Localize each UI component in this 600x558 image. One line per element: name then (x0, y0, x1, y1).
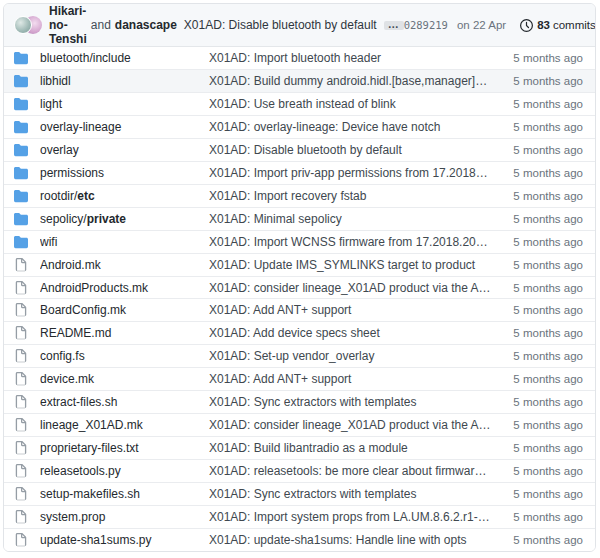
commit-age: 5 months ago (491, 327, 595, 339)
commit-message-link[interactable]: X01AD: Import bluetooth header (209, 51, 491, 65)
folder-icon (14, 212, 40, 226)
table-row: BoardConfig.mkX01AD: Add ANT+ support5 m… (4, 298, 595, 321)
table-row: setup-makefiles.shX01AD: Sync extractors… (4, 482, 595, 505)
commit-history-link[interactable]: 83 commits (520, 19, 596, 32)
author2-link[interactable]: danascape (115, 18, 177, 32)
directory-name-link[interactable]: overlay (40, 143, 209, 157)
table-row: wifiX01AD: Import WCNSS firmware from 17… (4, 230, 595, 253)
commit-age: 5 months ago (491, 75, 595, 87)
table-row: releasetools.pyX01AD: releasetools: be m… (4, 459, 595, 482)
file-icon (14, 372, 40, 386)
commit-message-link[interactable]: X01AD: Update IMS_SYMLINKS target to pro… (209, 258, 491, 272)
commit-description-toggle[interactable]: … (384, 21, 404, 30)
commit-sha-link[interactable]: 0289219 (404, 19, 448, 31)
commit-age: 5 months ago (491, 167, 595, 179)
folder-icon (14, 120, 40, 134)
directory-name-link[interactable]: sepolicy/private (40, 212, 209, 226)
commit-message-link[interactable]: X01AD: Import WCNSS firmware from 17.201… (209, 235, 491, 249)
commit-message-link[interactable]: X01AD: Disable bluetooth by default (209, 143, 491, 157)
commit-message-link[interactable]: X01AD: Add ANT+ support (209, 372, 491, 386)
file-name-link[interactable]: releasetools.py (40, 464, 209, 478)
commit-message-link[interactable]: X01AD: Add device specs sheet (209, 326, 491, 340)
authors-conjunction: and (91, 18, 111, 32)
commit-age: 5 months ago (491, 419, 595, 431)
table-row: system.propX01AD: Import system props fr… (4, 505, 595, 528)
commit-message-link[interactable]: X01AD: Sync extractors with templates (209, 487, 491, 501)
commit-date: on 22 Apr (457, 19, 506, 31)
commit-message-link[interactable]: X01AD: Build dummy android.hidl.[base,ma… (209, 74, 491, 88)
file-name-link[interactable]: lineage_X01AD.mk (40, 418, 209, 432)
folder-icon (14, 235, 40, 249)
file-name-link[interactable]: system.prop (40, 510, 209, 524)
file-name-link[interactable]: AndroidProducts.mk (40, 281, 209, 295)
table-row: rootdir/etcX01AD: Import recovery fstab5… (4, 184, 595, 207)
commit-age: 5 months ago (491, 52, 595, 64)
file-name-link[interactable]: Android.mk (40, 258, 209, 272)
file-name-link[interactable]: extract-files.sh (40, 395, 209, 409)
file-name-link[interactable]: README.md (40, 326, 209, 340)
file-name-link[interactable]: update-sha1sums.py (40, 533, 209, 547)
commit-message-link[interactable]: X01AD: Set-up vendor_overlay (209, 349, 491, 363)
table-row: extract-files.shX01AD: Sync extractors w… (4, 390, 595, 413)
commit-message-link[interactable]: X01AD: Use breath instead of blink (209, 97, 491, 111)
latest-commit-bar: Hikari-no-Tenshi and danascape X01AD: Di… (4, 4, 595, 47)
file-name-link[interactable]: config.fs (40, 349, 209, 363)
commit-message-link[interactable]: X01AD: releasetools: be more clear about… (209, 464, 491, 478)
folder-icon (14, 143, 40, 157)
directory-name-link[interactable]: wifi (40, 235, 209, 249)
folder-icon (14, 166, 40, 180)
commit-age: 5 months ago (491, 488, 595, 500)
table-row: permissionsX01AD: Import priv-app permis… (4, 161, 595, 184)
commit-message-link[interactable]: X01AD: Sync extractors with templates (209, 395, 491, 409)
file-icon (14, 303, 40, 317)
directory-name-link[interactable]: overlay-lineage (40, 120, 209, 134)
table-row: config.fsX01AD: Set-up vendor_overlay5 m… (4, 344, 595, 367)
commit-age: 5 months ago (491, 259, 595, 271)
table-row: proprietary-files.txtX01AD: Build libant… (4, 436, 595, 459)
commit-message-link[interactable]: X01AD: Import recovery fstab (209, 189, 491, 203)
file-icon (14, 464, 40, 478)
table-row: overlay-lineageX01AD: overlay-lineage: D… (4, 115, 595, 138)
commit-age: 5 months ago (491, 511, 595, 523)
commit-age: 5 months ago (491, 304, 595, 316)
commit-message-link[interactable]: X01AD: update-sha1sums: Handle line with… (209, 533, 491, 547)
file-browser-panel: Hikari-no-Tenshi and danascape X01AD: Di… (3, 3, 596, 552)
table-row: update-sha1sums.pyX01AD: update-sha1sums… (4, 528, 595, 551)
commit-message-link[interactable]: X01AD: Import priv-app permissions from … (209, 166, 491, 180)
table-row: bluetooth/includeX01AD: Import bluetooth… (4, 47, 595, 69)
file-icon (14, 487, 40, 501)
commit-age: 5 months ago (491, 236, 595, 248)
commit-age: 5 months ago (491, 98, 595, 110)
author-avatars (14, 16, 42, 34)
file-name-link[interactable]: setup-makefiles.sh (40, 487, 209, 501)
table-row: sepolicy/privateX01AD: Minimal sepolicy5… (4, 207, 595, 230)
table-row: README.mdX01AD: Add device specs sheet5 … (4, 321, 595, 344)
commit-message-link[interactable]: X01AD: consider lineage_X01AD product vi… (209, 281, 491, 295)
commit-message-link[interactable]: X01AD: overlay-lineage: Device have notc… (209, 120, 491, 134)
directory-name-link[interactable]: light (40, 97, 209, 111)
commit-message-link[interactable]: X01AD: Import system props from LA.UM.8.… (209, 510, 491, 524)
directory-name-link[interactable]: bluetooth/include (40, 51, 209, 65)
commit-message-link[interactable]: X01AD: Add ANT+ support (209, 303, 491, 317)
avatar-author1[interactable] (14, 16, 32, 34)
directory-name-link[interactable]: permissions (40, 166, 209, 180)
file-name-link[interactable]: proprietary-files.txt (40, 441, 209, 455)
latest-commit-message-link[interactable]: X01AD: Disable bluetooth by default (184, 18, 377, 32)
commit-message-link[interactable]: X01AD: Build libantradio as a module (209, 441, 491, 455)
file-name-link[interactable]: BoardConfig.mk (40, 303, 209, 317)
file-icon (14, 258, 40, 272)
clock-history-icon (520, 19, 533, 32)
folder-icon (14, 74, 40, 88)
directory-name-link[interactable]: libhidl (40, 74, 209, 88)
file-table: bluetooth/includeX01AD: Import bluetooth… (4, 47, 595, 551)
commit-age: 5 months ago (491, 282, 595, 294)
file-icon (14, 510, 40, 524)
commit-age: 5 months ago (491, 534, 595, 546)
commit-message-link[interactable]: X01AD: Minimal sepolicy (209, 212, 491, 226)
table-row: AndroidProducts.mkX01AD: consider lineag… (4, 276, 595, 299)
file-name-link[interactable]: device.mk (40, 372, 209, 386)
author1-link[interactable]: Hikari-no-Tenshi (49, 4, 87, 46)
table-row: overlayX01AD: Disable bluetooth by defau… (4, 138, 595, 161)
commit-message-link[interactable]: X01AD: consider lineage_X01AD product vi… (209, 418, 491, 432)
directory-name-link[interactable]: rootdir/etc (40, 189, 209, 203)
